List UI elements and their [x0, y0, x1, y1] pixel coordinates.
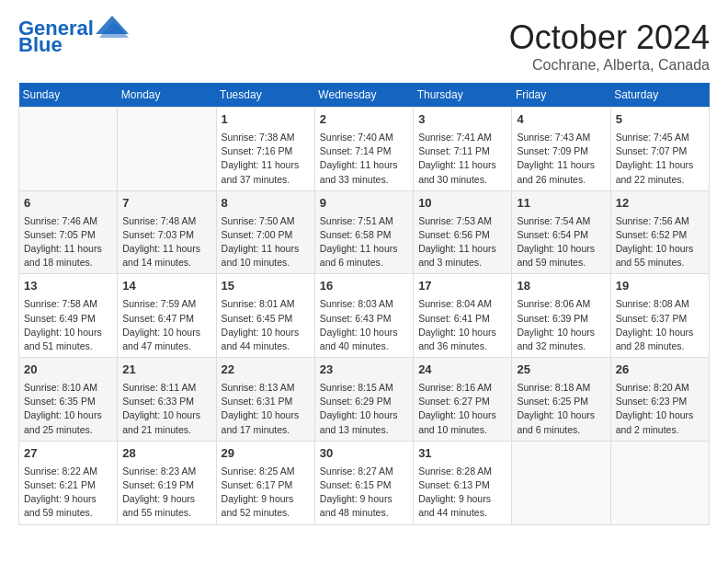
calendar-cell: [118, 108, 216, 191]
day-info: Sunrise: 8:15 AM Sunset: 6:29 PM Dayligh…: [320, 381, 408, 437]
day-number: 9: [320, 195, 408, 213]
day-info: Sunrise: 7:50 AM Sunset: 7:00 PM Dayligh…: [222, 214, 310, 270]
day-info: Sunrise: 8:22 AM Sunset: 6:21 PM Dayligh…: [24, 465, 112, 521]
day-info: Sunrise: 7:51 AM Sunset: 6:58 PM Dayligh…: [320, 214, 408, 270]
day-number: 30: [320, 445, 408, 463]
day-number: 16: [320, 278, 408, 295]
day-number: 25: [517, 362, 605, 379]
day-info: Sunrise: 8:16 AM Sunset: 6:27 PM Dayligh…: [418, 381, 506, 437]
page-header: General Blue October 2024 Cochrane, Albe…: [18, 18, 710, 74]
day-info: Sunrise: 8:03 AM Sunset: 6:43 PM Dayligh…: [320, 297, 408, 353]
calendar-cell: 20Sunrise: 8:10 AM Sunset: 6:35 PM Dayli…: [19, 358, 118, 442]
day-info: Sunrise: 8:06 AM Sunset: 6:39 PM Dayligh…: [517, 297, 605, 353]
day-number: 1: [222, 111, 310, 129]
calendar-cell: 2Sunrise: 7:40 AM Sunset: 7:14 PM Daylig…: [314, 108, 413, 191]
day-number: 2: [320, 111, 408, 129]
day-number: 3: [418, 111, 506, 129]
logo: General Blue: [18, 18, 129, 55]
day-header-friday: Friday: [512, 83, 610, 108]
day-number: 24: [418, 362, 506, 379]
calendar-cell: 26Sunrise: 8:20 AM Sunset: 6:23 PM Dayli…: [610, 358, 709, 442]
day-info: Sunrise: 7:53 AM Sunset: 6:56 PM Dayligh…: [418, 214, 506, 270]
calendar-cell: 17Sunrise: 8:04 AM Sunset: 6:41 PM Dayli…: [414, 274, 512, 358]
calendar-cell: 21Sunrise: 8:11 AM Sunset: 6:33 PM Dayli…: [118, 358, 216, 442]
day-number: 11: [517, 195, 605, 213]
calendar-cell: 12Sunrise: 7:56 AM Sunset: 6:52 PM Dayli…: [610, 190, 709, 274]
day-info: Sunrise: 8:04 AM Sunset: 6:41 PM Dayligh…: [418, 297, 506, 353]
week-row-4: 20Sunrise: 8:10 AM Sunset: 6:35 PM Dayli…: [19, 358, 710, 442]
calendar-cell: [19, 108, 118, 191]
day-info: Sunrise: 8:27 AM Sunset: 6:15 PM Dayligh…: [320, 465, 408, 521]
week-row-2: 6Sunrise: 7:46 AM Sunset: 7:05 PM Daylig…: [19, 190, 710, 274]
day-info: Sunrise: 8:25 AM Sunset: 6:17 PM Dayligh…: [222, 465, 310, 521]
day-info: Sunrise: 7:59 AM Sunset: 6:47 PM Dayligh…: [122, 297, 210, 353]
day-info: Sunrise: 7:45 AM Sunset: 7:07 PM Dayligh…: [616, 131, 704, 187]
calendar-cell: 24Sunrise: 8:16 AM Sunset: 6:27 PM Dayli…: [414, 358, 512, 442]
calendar-cell: [512, 441, 610, 524]
day-number: 29: [222, 445, 310, 463]
day-number: 7: [122, 195, 210, 213]
day-header-thursday: Thursday: [414, 83, 512, 108]
calendar-cell: 25Sunrise: 8:18 AM Sunset: 6:25 PM Dayli…: [512, 358, 610, 442]
calendar-cell: 3Sunrise: 7:41 AM Sunset: 7:11 PM Daylig…: [414, 108, 512, 191]
day-number: 6: [24, 195, 112, 213]
calendar-cell: 11Sunrise: 7:54 AM Sunset: 6:54 PM Dayli…: [512, 190, 610, 274]
logo-text-blue: Blue: [18, 35, 63, 55]
day-info: Sunrise: 7:48 AM Sunset: 7:03 PM Dayligh…: [122, 214, 210, 270]
day-number: 23: [320, 362, 408, 379]
day-info: Sunrise: 7:38 AM Sunset: 7:16 PM Dayligh…: [222, 131, 310, 187]
day-info: Sunrise: 7:41 AM Sunset: 7:11 PM Dayligh…: [418, 131, 506, 187]
day-header-saturday: Saturday: [610, 83, 709, 108]
day-info: Sunrise: 7:54 AM Sunset: 6:54 PM Dayligh…: [517, 214, 605, 270]
day-number: 17: [418, 278, 506, 295]
day-info: Sunrise: 7:40 AM Sunset: 7:14 PM Dayligh…: [320, 131, 408, 187]
day-number: 20: [24, 362, 112, 379]
calendar-cell: 4Sunrise: 7:43 AM Sunset: 7:09 PM Daylig…: [512, 108, 610, 191]
week-row-5: 27Sunrise: 8:22 AM Sunset: 6:21 PM Dayli…: [19, 441, 710, 524]
calendar-cell: 1Sunrise: 7:38 AM Sunset: 7:16 PM Daylig…: [216, 108, 314, 191]
day-number: 8: [222, 195, 310, 213]
day-number: 21: [122, 362, 210, 379]
month-title: October 2024: [509, 18, 710, 57]
calendar-cell: 5Sunrise: 7:45 AM Sunset: 7:07 PM Daylig…: [610, 108, 709, 191]
day-info: Sunrise: 8:28 AM Sunset: 6:13 PM Dayligh…: [418, 465, 506, 521]
calendar-cell: 14Sunrise: 7:59 AM Sunset: 6:47 PM Dayli…: [118, 274, 216, 358]
calendar-cell: 18Sunrise: 8:06 AM Sunset: 6:39 PM Dayli…: [512, 274, 610, 358]
location: Cochrane, Alberta, Canada: [509, 57, 710, 74]
calendar-cell: 30Sunrise: 8:27 AM Sunset: 6:15 PM Dayli…: [314, 441, 413, 524]
day-header-sunday: Sunday: [19, 83, 118, 108]
calendar-cell: 31Sunrise: 8:28 AM Sunset: 6:13 PM Dayli…: [414, 441, 512, 524]
calendar-cell: 10Sunrise: 7:53 AM Sunset: 6:56 PM Dayli…: [414, 190, 512, 274]
week-row-1: 1Sunrise: 7:38 AM Sunset: 7:16 PM Daylig…: [19, 108, 710, 191]
calendar-table: SundayMondayTuesdayWednesdayThursdayFrid…: [18, 83, 710, 525]
header-row: SundayMondayTuesdayWednesdayThursdayFrid…: [19, 83, 710, 108]
calendar-cell: 19Sunrise: 8:08 AM Sunset: 6:37 PM Dayli…: [610, 274, 709, 358]
calendar-cell: 6Sunrise: 7:46 AM Sunset: 7:05 PM Daylig…: [19, 190, 118, 274]
calendar-cell: 29Sunrise: 8:25 AM Sunset: 6:17 PM Dayli…: [216, 441, 314, 524]
day-number: 18: [517, 278, 605, 295]
day-number: 14: [122, 278, 210, 295]
day-number: 26: [616, 362, 704, 379]
day-number: 4: [517, 111, 605, 129]
day-number: 22: [222, 362, 310, 379]
day-info: Sunrise: 8:01 AM Sunset: 6:45 PM Dayligh…: [222, 297, 310, 353]
day-info: Sunrise: 8:18 AM Sunset: 6:25 PM Dayligh…: [517, 381, 605, 437]
day-header-tuesday: Tuesday: [216, 83, 314, 108]
week-row-3: 13Sunrise: 7:58 AM Sunset: 6:49 PM Dayli…: [19, 274, 710, 358]
day-info: Sunrise: 7:46 AM Sunset: 7:05 PM Dayligh…: [24, 214, 112, 270]
calendar-cell: 9Sunrise: 7:51 AM Sunset: 6:58 PM Daylig…: [314, 190, 413, 274]
day-number: 5: [616, 111, 704, 129]
day-header-monday: Monday: [118, 83, 216, 108]
day-header-wednesday: Wednesday: [314, 83, 413, 108]
day-number: 10: [418, 195, 506, 213]
day-info: Sunrise: 7:58 AM Sunset: 6:49 PM Dayligh…: [24, 297, 112, 353]
day-number: 15: [222, 278, 310, 295]
day-number: 31: [418, 445, 506, 463]
day-info: Sunrise: 8:23 AM Sunset: 6:19 PM Dayligh…: [122, 465, 210, 521]
day-info: Sunrise: 8:13 AM Sunset: 6:31 PM Dayligh…: [222, 381, 310, 437]
calendar-cell: 23Sunrise: 8:15 AM Sunset: 6:29 PM Dayli…: [314, 358, 413, 442]
calendar-cell: 28Sunrise: 8:23 AM Sunset: 6:19 PM Dayli…: [118, 441, 216, 524]
day-info: Sunrise: 7:43 AM Sunset: 7:09 PM Dayligh…: [517, 131, 605, 187]
day-number: 19: [616, 278, 704, 295]
calendar-cell: 16Sunrise: 8:03 AM Sunset: 6:43 PM Dayli…: [314, 274, 413, 358]
